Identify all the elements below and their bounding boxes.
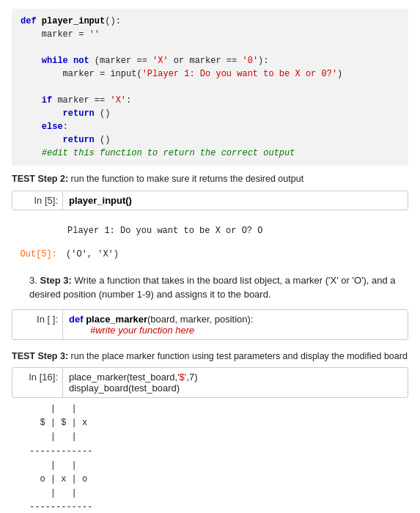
step3-number: 3. <box>29 275 37 286</box>
notebook-cell-5-input: In [5]: player_input() <box>12 191 408 210</box>
cell-5-output-line: Player 1: Do you want to be X or O? O <box>62 221 408 241</box>
notebook-cell-5-out: Out[5]: ('O', 'X') <box>12 244 408 265</box>
cell-16-code[interactable]: place_marker(test_board,'$',7) display_b… <box>62 368 408 397</box>
cell-5-code[interactable]: player_input() <box>62 191 408 210</box>
test-step2-header: TEST Step 2: run the function to make su… <box>12 173 408 186</box>
cell-5-out-prompt: Out[5]: <box>12 244 62 265</box>
notebook-cell-5-output-text: Player 1: Do you want to be X or O? O <box>12 221 408 241</box>
step3-item: 3. Step 3: Write a function that takes i… <box>29 273 408 302</box>
cell-5-in-prompt: In [5]: <box>12 191 62 210</box>
code-block-1: def player_input(): marker = '' while no… <box>12 9 408 166</box>
cell-5-out-value: ('O', 'X') <box>62 244 408 265</box>
board-display: | | $ | $ | x | | ------------ | | o | x… <box>12 399 408 513</box>
test-step3-header: TEST Step 3: run the place marker functi… <box>12 350 408 363</box>
cell-empty-in-prompt: In [ ]: <box>12 310 62 328</box>
cell-16-in-prompt: In [16]: <box>12 368 62 386</box>
cell-empty-code[interactable]: def def place_marker(board, marker, posi… <box>62 310 408 339</box>
notebook-cell-16-input: In [16]: place_marker(test_board,'$',7) … <box>12 367 408 398</box>
step3-bold: Step 3: <box>40 275 71 286</box>
step3-text: Write a function that takes in the board… <box>29 275 396 300</box>
notebook-cell-empty-input: In [ ]: def def place_marker(board, mark… <box>12 309 408 340</box>
